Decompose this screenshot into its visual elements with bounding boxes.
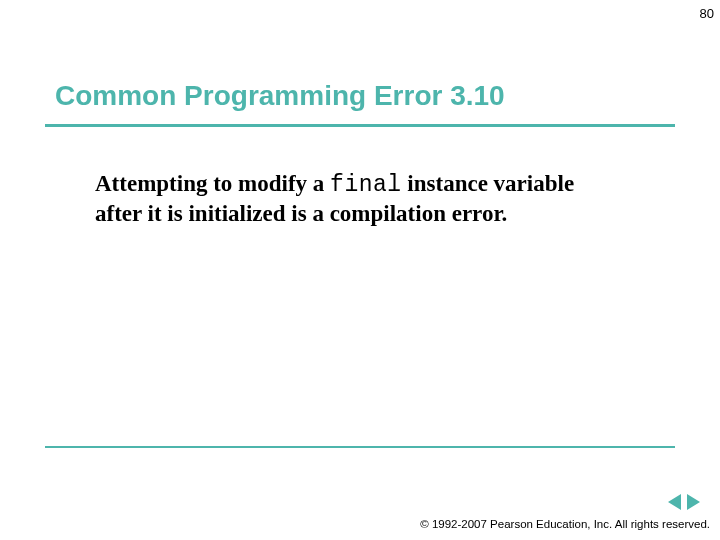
body-prefix: Attempting to modify a [95, 171, 330, 196]
title-underline [45, 124, 675, 127]
body-paragraph: Attempting to modify a final instance va… [95, 170, 605, 229]
prev-slide-button[interactable] [668, 494, 681, 510]
page-number: 80 [700, 6, 714, 21]
bottom-rule [45, 446, 675, 448]
code-keyword: final [330, 172, 402, 198]
copyright-text: © 1992-2007 Pearson Education, Inc. All … [420, 518, 710, 530]
nav-controls [668, 494, 700, 510]
slide-title: Common Programming Error 3.10 [55, 80, 505, 112]
next-slide-button[interactable] [687, 494, 700, 510]
